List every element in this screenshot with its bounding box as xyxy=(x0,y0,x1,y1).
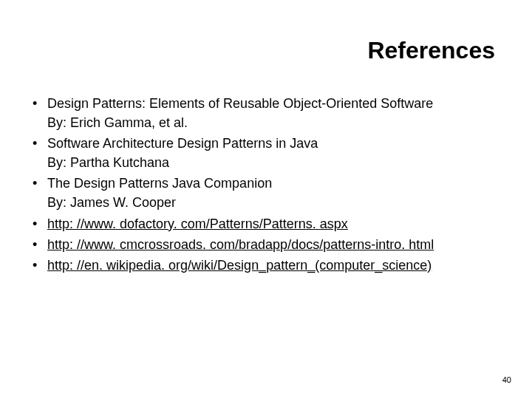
list-item: http: //www. dofactory. com/Patterns/Pat… xyxy=(30,214,502,233)
slide-title: References xyxy=(22,37,502,64)
reference-link[interactable]: http: //www. cmcrossroads. com/bradapp/d… xyxy=(47,237,434,252)
reference-link[interactable]: http: //www. dofactory. com/Patterns/Pat… xyxy=(47,216,348,231)
reference-link[interactable]: http: //en. wikipedia. org/wiki/Design_p… xyxy=(47,258,432,273)
list-item: Software Architecture Design Patterns in… xyxy=(30,134,502,172)
list-item: http: //en. wikipedia. org/wiki/Design_p… xyxy=(30,256,502,275)
reference-byline: By: James W. Cooper xyxy=(47,193,502,212)
references-list: Design Patterns: Elements of Reusable Ob… xyxy=(22,94,502,275)
list-item: The Design Patterns Java Companion By: J… xyxy=(30,174,502,212)
reference-title: Design Patterns: Elements of Reusable Ob… xyxy=(47,96,433,111)
list-item: Design Patterns: Elements of Reusable Ob… xyxy=(30,94,502,132)
slide: References Design Patterns: Elements of … xyxy=(0,0,532,399)
reference-title: The Design Patterns Java Companion xyxy=(47,176,272,191)
reference-title: Software Architecture Design Patterns in… xyxy=(47,136,318,151)
reference-byline: By: Partha Kutchana xyxy=(47,153,502,172)
page-number: 40 xyxy=(502,375,511,384)
reference-byline: By: Erich Gamma, et al. xyxy=(47,113,502,132)
list-item: http: //www. cmcrossroads. com/bradapp/d… xyxy=(30,235,502,254)
